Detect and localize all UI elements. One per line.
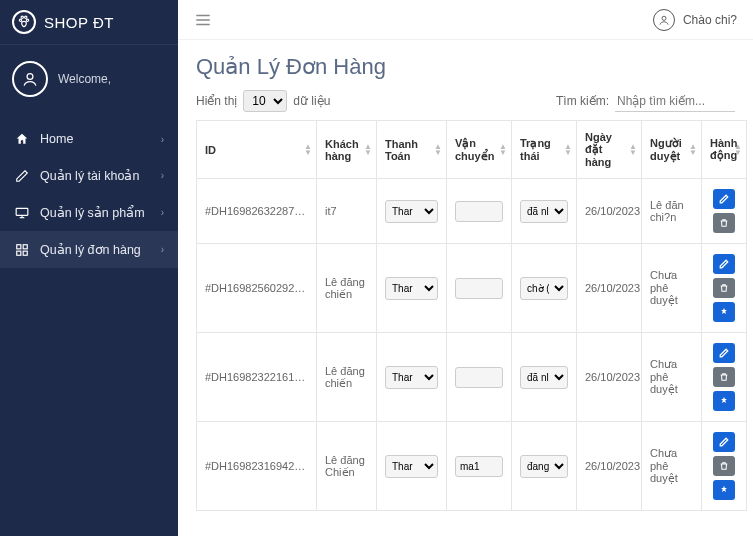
page-length-select[interactable]: 10: [243, 90, 287, 112]
nav-label: Quản lý đơn hàng: [40, 242, 141, 257]
sort-icon: ▲▼: [689, 144, 697, 156]
sort-icon: ▲▼: [304, 144, 312, 156]
ship-input[interactable]: [455, 201, 503, 222]
delete-button[interactable]: [713, 278, 735, 298]
svg-point-1: [26, 19, 28, 21]
delete-button[interactable]: [713, 456, 735, 476]
actions-cell: [702, 422, 747, 511]
svg-point-0: [19, 19, 21, 21]
approver-cell: Chưa phê duyệt: [642, 333, 702, 422]
sort-icon: ▲▼: [564, 144, 572, 156]
status-select[interactable]: đã nl: [520, 200, 568, 223]
col-header[interactable]: Thanh Toán▲▼: [377, 121, 447, 179]
ship-cell: [447, 422, 512, 511]
chevron-right-icon: ›: [161, 244, 164, 255]
ship-input[interactable]: [455, 367, 503, 388]
table-row: #DH1698231694243_62Lê đăng ChiếnTharđang…: [197, 422, 747, 511]
nav-item-2[interactable]: Quản lý sản phẩm›: [0, 194, 178, 231]
chevron-right-icon: ›: [161, 170, 164, 181]
nav-item-3[interactable]: Quản lý đơn hàng›: [0, 231, 178, 268]
ship-input[interactable]: [455, 456, 503, 477]
search-input[interactable]: [615, 91, 735, 112]
pay-cell: Thar: [377, 244, 447, 333]
pay-select[interactable]: Thar: [385, 277, 438, 300]
hamburger-icon[interactable]: [194, 11, 212, 29]
status-select[interactable]: đang: [520, 455, 568, 478]
ship-input[interactable]: [455, 278, 503, 299]
sort-icon: ▲▼: [364, 144, 372, 156]
date-cell: 26/10/2023: [577, 179, 642, 244]
svg-rect-5: [16, 208, 28, 215]
brand-logo-icon: [12, 10, 36, 34]
nav-label: Home: [40, 132, 73, 146]
delete-button[interactable]: [713, 367, 735, 387]
ship-cell: [447, 333, 512, 422]
pay-select[interactable]: Thar: [385, 200, 438, 223]
main: Chào chi? Quản Lý Đơn Hàng Hiển thị 10 d…: [178, 0, 753, 536]
page-title: Quản Lý Đơn Hàng: [196, 54, 735, 80]
status-cell: chờ (: [512, 244, 577, 333]
svg-rect-11: [23, 251, 27, 255]
status-select[interactable]: chờ (: [520, 277, 568, 300]
col-header[interactable]: Người duyệt▲▼: [642, 121, 702, 179]
date-cell: 26/10/2023: [577, 244, 642, 333]
show-suffix: dữ liệu: [293, 94, 330, 108]
search-label: Tìm kiếm:: [556, 94, 609, 108]
nav-item-1[interactable]: Quản lý tài khoản›: [0, 157, 178, 194]
sort-icon: ▲▼: [734, 144, 742, 156]
chevron-right-icon: ›: [161, 134, 164, 145]
nav-label: Quản lý tài khoản: [40, 168, 139, 183]
avatar-icon: [12, 61, 48, 97]
edit-icon: [14, 169, 30, 183]
col-header[interactable]: Vận chuyển▲▼: [447, 121, 512, 179]
col-header[interactable]: ID▲▼: [197, 121, 317, 179]
pay-select[interactable]: Thar: [385, 455, 438, 478]
status-cell: đã nl: [512, 179, 577, 244]
pay-cell: Thar: [377, 179, 447, 244]
actions-cell: [702, 179, 747, 244]
id-cell: #DH1698231694243_62: [197, 422, 317, 511]
user-icon[interactable]: [653, 9, 675, 31]
date-cell: 26/10/2023: [577, 422, 642, 511]
welcome-block: Welcome,: [0, 45, 178, 113]
edit-button[interactable]: [713, 432, 735, 452]
edit-button[interactable]: [713, 189, 735, 209]
approve-button[interactable]: [713, 302, 735, 322]
svg-rect-10: [17, 251, 21, 255]
brand: SHOP ĐT: [0, 0, 178, 45]
edit-button[interactable]: [713, 254, 735, 274]
col-header[interactable]: Trạng thái▲▼: [512, 121, 577, 179]
ship-cell: [447, 179, 512, 244]
edit-button[interactable]: [713, 343, 735, 363]
id-cell: #DH1698263228761_28: [197, 179, 317, 244]
delete-button[interactable]: [713, 213, 735, 233]
col-header[interactable]: Hành động▲▼: [702, 121, 747, 179]
nav-item-0[interactable]: Home›: [0, 121, 178, 157]
monitor-icon: [14, 206, 30, 220]
brand-text: SHOP ĐT: [44, 14, 114, 31]
pay-cell: Thar: [377, 422, 447, 511]
chevron-right-icon: ›: [161, 207, 164, 218]
status-select[interactable]: đã nl: [520, 366, 568, 389]
table-row: #DH1698232216109_65Lê đăng chiếnTharđã n…: [197, 333, 747, 422]
show-prefix: Hiển thị: [196, 94, 237, 108]
content: Quản Lý Đơn Hàng Hiển thị 10 dữ liệu Tìm…: [178, 40, 753, 536]
nav-label: Quản lý sản phẩm: [40, 205, 145, 220]
approve-button[interactable]: [713, 391, 735, 411]
sort-icon: ▲▼: [629, 144, 637, 156]
welcome-text: Welcome,: [58, 72, 111, 86]
col-header[interactable]: Ngày đặt hàng▲▼: [577, 121, 642, 179]
table-controls: Hiển thị 10 dữ liệu Tìm kiếm:: [196, 90, 735, 112]
customer-cell: Lê đăng chiến: [317, 244, 377, 333]
approver-cell: Chưa phê duyệt: [642, 244, 702, 333]
customer-cell: Lê đăng chiến: [317, 333, 377, 422]
pay-cell: Thar: [377, 333, 447, 422]
home-icon: [14, 132, 30, 146]
approve-button[interactable]: [713, 480, 735, 500]
sort-icon: ▲▼: [499, 144, 507, 156]
svg-point-4: [27, 74, 33, 80]
approver-cell: Chưa phê duyệt: [642, 422, 702, 511]
col-header[interactable]: Khách hàng▲▼: [317, 121, 377, 179]
pay-select[interactable]: Thar: [385, 366, 438, 389]
sidebar: SHOP ĐT Welcome, Home›Quản lý tài khoản›…: [0, 0, 178, 536]
